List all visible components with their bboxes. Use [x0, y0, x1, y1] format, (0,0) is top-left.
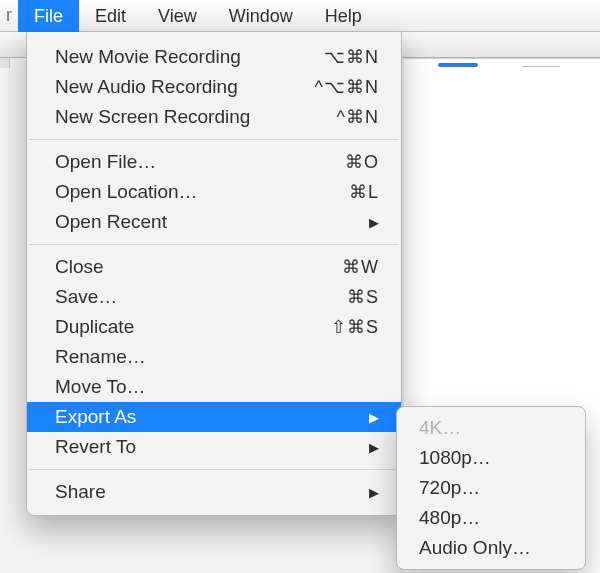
menu-item-shortcut: ⌥⌘N [289, 46, 379, 68]
menu-item-label: Open File… [55, 151, 289, 173]
menu-item-export-as[interactable]: Export As ▶ [27, 402, 401, 432]
menu-item-move-to[interactable]: Move To… [27, 372, 401, 402]
menu-item-save[interactable]: Save… ⌘S [27, 282, 401, 312]
menu-separator [29, 244, 399, 245]
menubar: r File Edit View Window Help [0, 0, 600, 32]
menu-item-shortcut: ^⌘N [289, 106, 379, 128]
menu-item-new-audio-recording[interactable]: New Audio Recording ^⌥⌘N [27, 72, 401, 102]
menu-item-label: New Audio Recording [55, 76, 289, 98]
submenu-arrow-icon: ▶ [363, 485, 379, 500]
menu-item-shortcut: ⌘W [289, 256, 379, 278]
menu-item-shortcut: ⌘S [289, 286, 379, 308]
submenu-item-480p[interactable]: 480p… [397, 503, 585, 533]
menu-item-label: New Movie Recording [55, 46, 289, 68]
submenu-item-label: 720p… [419, 477, 480, 499]
menu-item-edit[interactable]: Edit [79, 0, 142, 32]
menu-item-shortcut: ⌘L [289, 181, 379, 203]
menu-item-label: Export As [55, 406, 363, 428]
menu-item-label: Revert To [55, 436, 363, 458]
left-edge-sliver [0, 58, 10, 68]
menu-item-label: Open Recent [55, 211, 363, 233]
menu-item-help[interactable]: Help [309, 0, 378, 32]
menu-item-label: Duplicate [55, 316, 289, 338]
submenu-item-label: 1080p… [419, 447, 491, 469]
menu-item-label: Share [55, 481, 363, 503]
menu-item-shortcut: ^⌥⌘N [289, 76, 379, 98]
menu-item-truncated: r [4, 1, 18, 30]
menu-item-open-recent[interactable]: Open Recent ▶ [27, 207, 401, 237]
menu-separator [29, 469, 399, 470]
menu-item-label: Save… [55, 286, 289, 308]
export-as-submenu: 4K… 1080p… 720p… 480p… Audio Only… [396, 406, 586, 570]
menu-item-new-screen-recording[interactable]: New Screen Recording ^⌘N [27, 102, 401, 132]
menu-item-rename[interactable]: Rename… [27, 342, 401, 372]
submenu-arrow-icon: ▶ [363, 215, 379, 230]
file-menu-dropdown: New Movie Recording ⌥⌘N New Audio Record… [26, 32, 402, 516]
menu-item-file[interactable]: File [18, 0, 79, 32]
menu-item-open-location[interactable]: Open Location… ⌘L [27, 177, 401, 207]
menu-item-view[interactable]: View [142, 0, 213, 32]
menu-item-label: New Screen Recording [55, 106, 289, 128]
menu-item-label: Move To… [55, 376, 379, 398]
submenu-item-label: 480p… [419, 507, 480, 529]
menu-item-window[interactable]: Window [213, 0, 309, 32]
submenu-item-audio-only[interactable]: Audio Only… [397, 533, 585, 563]
menu-item-label: Close [55, 256, 289, 278]
submenu-item-label: 4K… [419, 417, 461, 439]
submenu-arrow-icon: ▶ [363, 410, 379, 425]
menu-item-share[interactable]: Share ▶ [27, 477, 401, 507]
menu-separator [29, 139, 399, 140]
menu-item-open-file[interactable]: Open File… ⌘O [27, 147, 401, 177]
submenu-item-label: Audio Only… [419, 537, 531, 559]
submenu-item-1080p[interactable]: 1080p… [397, 443, 585, 473]
menu-item-shortcut: ⌘O [289, 151, 379, 173]
menu-item-revert-to[interactable]: Revert To ▶ [27, 432, 401, 462]
submenu-item-720p[interactable]: 720p… [397, 473, 585, 503]
submenu-item-4k: 4K… [397, 413, 585, 443]
submenu-arrow-icon: ▶ [363, 440, 379, 455]
menu-item-duplicate[interactable]: Duplicate ⇧⌘S [27, 312, 401, 342]
menu-item-shortcut: ⇧⌘S [289, 316, 379, 338]
menu-item-new-movie-recording[interactable]: New Movie Recording ⌥⌘N [27, 42, 401, 72]
menu-item-label: Open Location… [55, 181, 289, 203]
menu-item-close[interactable]: Close ⌘W [27, 252, 401, 282]
menu-item-label: Rename… [55, 346, 379, 368]
